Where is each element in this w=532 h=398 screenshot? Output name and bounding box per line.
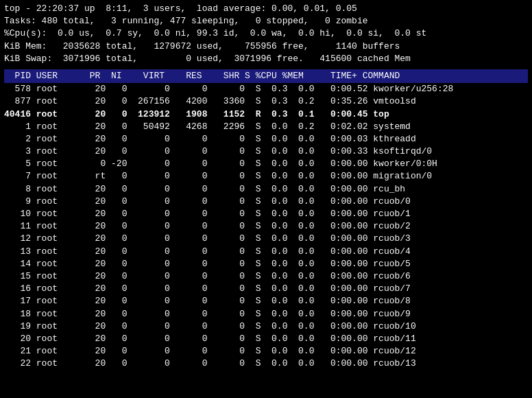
table-row: 17 root 20 0 0 0 0 S 0.0 0.0 0:00.00 rcu… <box>4 295 528 307</box>
table-row: 15 root 20 0 0 0 0 S 0.0 0.0 0:00.00 rcu… <box>4 270 528 283</box>
header-line-4: KiB Mem: 2035628 total, 1279672 used, 75… <box>4 40 528 53</box>
header-line-3: %Cpu(s): 0.0 us, 0.7 sy, 0.0 ni, 99.3 id… <box>4 27 528 40</box>
table-row: 20 root 20 0 0 0 0 S 0.0 0.0 0:00.00 rcu… <box>4 333 528 345</box>
table-row: 14 root 20 0 0 0 0 S 0.0 0.0 0:00.00 rcu… <box>4 258 528 270</box>
table-row: 8 root 20 0 0 0 0 S 0.0 0.0 0:00.00 rcu_… <box>4 183 528 196</box>
table-row: 2 root 20 0 0 0 0 S 0.0 0.0 0:00.03 kthr… <box>4 133 528 145</box>
header-line-5: KiB Swap: 3071996 total, 0 used, 3071996… <box>4 53 528 65</box>
top-header: top - 22:20:37 up 8:11, 3 users, load av… <box>4 3 528 65</box>
table-row: 22 root 20 0 0 0 0 S 0.0 0.0 0:00.00 rcu… <box>4 358 528 370</box>
table-row: 1 root 20 0 50492 4268 2296 S 0.0 0.2 0:… <box>4 121 528 133</box>
header-line-1: top - 22:20:37 up 8:11, 3 users, load av… <box>4 3 528 15</box>
table-row: 13 root 20 0 0 0 0 S 0.0 0.0 0:00.00 rcu… <box>4 246 528 258</box>
table-row: 3 root 20 0 0 0 0 S 0.0 0.0 0:00.33 ksof… <box>4 145 528 158</box>
table-row: 40416 root 20 0 123912 1908 1152 R 0.3 0… <box>4 108 528 121</box>
table-row: 7 root rt 0 0 0 0 S 0.0 0.0 0:00.00 migr… <box>4 170 528 183</box>
table-header: PID USER PR NI VIRT RES SHR S %CPU %MEM … <box>4 69 528 83</box>
process-table: 578 root 20 0 0 0 0 S 0.3 0.0 0:00.52 kw… <box>4 83 528 370</box>
table-row: 21 root 20 0 0 0 0 S 0.0 0.0 0:00.00 rcu… <box>4 345 528 358</box>
table-row: 578 root 20 0 0 0 0 S 0.3 0.0 0:00.52 kw… <box>4 83 528 95</box>
table-row: 19 root 20 0 0 0 0 S 0.0 0.0 0:00.00 rcu… <box>4 320 528 333</box>
table-row: 9 root 20 0 0 0 0 S 0.0 0.0 0:00.00 rcuo… <box>4 196 528 208</box>
table-row: 10 root 20 0 0 0 0 S 0.0 0.0 0:00.00 rcu… <box>4 208 528 220</box>
table-row: 5 root 0 -20 0 0 0 S 0.0 0.0 0:00.00 kwo… <box>4 158 528 170</box>
table-row: 12 root 20 0 0 0 0 S 0.0 0.0 0:00.00 rcu… <box>4 233 528 245</box>
table-row: 877 root 20 0 267156 4200 3360 S 0.3 0.2… <box>4 95 528 108</box>
header-line-2: Tasks: 480 total, 3 running, 477 sleepin… <box>4 15 528 27</box>
table-row: 18 root 20 0 0 0 0 S 0.0 0.0 0:00.00 rcu… <box>4 308 528 320</box>
table-row: 16 root 20 0 0 0 0 S 0.0 0.0 0:00.00 rcu… <box>4 283 528 295</box>
table-row: 11 root 20 0 0 0 0 S 0.0 0.0 0:00.00 rcu… <box>4 220 528 233</box>
